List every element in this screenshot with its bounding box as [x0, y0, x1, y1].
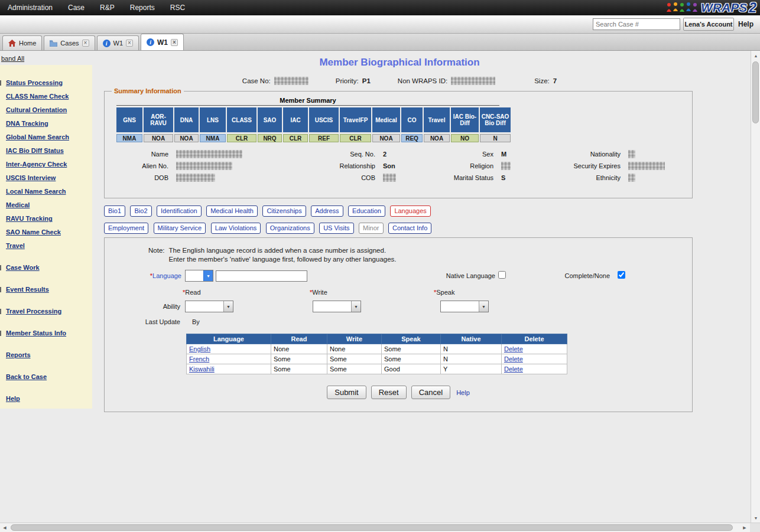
scrollbar-corner [750, 523, 760, 532]
language-link[interactable]: English [189, 345, 210, 353]
tab-w1-active[interactable]: i W1 × [141, 34, 184, 50]
scroll-right-icon[interactable]: ▶ [740, 523, 749, 532]
tab-law-violations[interactable]: Law Violations [211, 223, 261, 234]
scroll-left-icon[interactable]: ◀ [0, 523, 9, 532]
by-label: By [192, 318, 200, 325]
scroll-up-icon[interactable]: ▲ [751, 51, 760, 60]
language-name-input[interactable] [216, 270, 307, 282]
seq-no-value: 2 [375, 151, 437, 158]
security-expires-redacted [628, 162, 665, 170]
tab-w1-first[interactable]: i W1 × [97, 35, 139, 50]
chevron-down-icon[interactable]: ▼ [479, 301, 488, 312]
tab-us-visits[interactable]: US Visits [319, 223, 353, 234]
table-row: Kiswahili Some Some Good Y Delete [187, 364, 567, 374]
tab-education[interactable]: Education [348, 205, 385, 217]
sidebar-item-cultural-orientation[interactable]: Cultural Orientation [6, 106, 92, 114]
sidebar-item-back-to-case[interactable]: Back to Case [6, 373, 92, 381]
read-ability-select[interactable] [186, 301, 223, 312]
native-language-checkbox[interactable] [498, 271, 506, 279]
chevron-down-icon[interactable]: ▼ [351, 301, 360, 312]
delete-link[interactable]: Delete [504, 345, 523, 353]
languages-column-header: Language [187, 334, 271, 344]
sex-value: M [493, 151, 561, 158]
summary-column-header: CO [401, 107, 423, 132]
summary-column-header: DNA [174, 107, 199, 132]
close-icon[interactable]: × [126, 40, 133, 47]
scroll-down-icon[interactable]: ▼ [751, 513, 760, 523]
chevron-down-icon[interactable]: ▼ [223, 301, 233, 312]
sidebar-item-class-name-check[interactable]: CLASS Name Check [6, 93, 92, 100]
menu-administration[interactable]: Administration [0, 0, 60, 15]
folder-icon [50, 40, 57, 47]
language-code-select[interactable] [186, 270, 203, 281]
speak-ability-select[interactable] [441, 301, 479, 312]
member-summary-header-row: GNS AOR-RAVU DNA LNS CLASS SAO IAC USCIS… [116, 107, 511, 132]
chevron-down-icon[interactable]: ▼ [203, 270, 213, 281]
horizontal-scrollbar-thumb[interactable] [11, 524, 733, 531]
cell-native: N [441, 344, 502, 354]
priority-label: Priority: [336, 77, 359, 84]
tab-bio2[interactable]: Bio2 [130, 205, 151, 217]
search-case-input[interactable] [593, 18, 680, 30]
tab-languages[interactable]: Languages [390, 205, 430, 217]
vertical-scrollbar-thumb[interactable] [752, 61, 759, 123]
sidebar-item-sao-name-check[interactable]: SAO Name Check [6, 229, 92, 236]
sidebar-item-dna-tracking[interactable]: DNA Tracking [6, 120, 92, 128]
tab-organizations[interactable]: Organizations [266, 223, 314, 234]
language-link[interactable]: French [189, 355, 209, 363]
tab-employment[interactable]: Employment [104, 223, 148, 234]
tab-address[interactable]: Address [311, 205, 343, 217]
languages-column-header: Speak [382, 334, 441, 344]
vertical-scrollbar[interactable]: ▲ ▼ [751, 51, 760, 523]
delete-link[interactable]: Delete [504, 355, 523, 363]
topbar-help-link[interactable]: Help [738, 20, 753, 28]
tab-home[interactable]: Home [2, 35, 42, 50]
menu-case[interactable]: Case [60, 0, 92, 15]
sidebar-item-local-name-search[interactable]: Local Name Search [6, 188, 92, 195]
write-ability-select[interactable] [313, 301, 351, 312]
account-button[interactable]: Lena's Account [683, 18, 734, 31]
sidebar-item-case-work[interactable]: Case Work [6, 264, 92, 272]
tab-bio1[interactable]: Bio1 [104, 205, 125, 217]
sidebar-item-uscis-interview[interactable]: USCIS Interview [6, 174, 92, 182]
sidebar-item-ravu-tracking[interactable]: RAVU Tracking [6, 215, 92, 223]
close-icon[interactable]: × [171, 39, 178, 46]
submit-button[interactable]: Submit [327, 386, 366, 399]
tab-citizenships[interactable]: Citizenships [262, 205, 306, 217]
tab-medical-health[interactable]: Medical Health [206, 205, 258, 217]
cancel-button[interactable]: Cancel [411, 386, 450, 399]
sidebar-item-medical[interactable]: Medical [6, 201, 92, 209]
sidebar-item-inter-agency-check[interactable]: Inter-Agency Check [6, 161, 92, 168]
tab-military-service[interactable]: Military Service [154, 223, 206, 234]
form-help-link[interactable]: Help [456, 389, 470, 396]
sidebar-item-help[interactable]: Help [6, 395, 92, 403]
reset-button[interactable]: Reset [371, 386, 407, 399]
tab-contact-info[interactable]: Contact Info [388, 223, 431, 234]
languages-column-header: Read [271, 334, 327, 344]
complete-none-checkbox[interactable] [618, 271, 625, 279]
tab-identification[interactable]: Identification [157, 205, 202, 217]
sidebar-item-reports[interactable]: Reports [6, 351, 92, 359]
sidebar-item-event-results[interactable]: Event Results [6, 286, 92, 293]
marital-status-label: Marital Status [437, 174, 493, 181]
status-badge: CLR [340, 134, 371, 142]
menu-rsc[interactable]: RSC [163, 0, 193, 15]
delete-link[interactable]: Delete [504, 365, 523, 373]
sidebar-item-global-name-search[interactable]: Global Name Search [6, 133, 92, 141]
member-summary-status-row: NMA NOA NOA NMA CLR NRQ CLR REF CLR NOA … [116, 134, 511, 142]
status-badge: REF [309, 134, 339, 142]
sidebar-item-iac-bio-diff-status[interactable]: IAC Bio Diff Status [6, 147, 92, 155]
sidebar-item-travel[interactable]: Travel [6, 242, 92, 250]
tab-cases[interactable]: Cases × [44, 35, 95, 50]
menu-reports[interactable]: Reports [122, 0, 163, 15]
tab-w1-active-label: W1 [157, 38, 168, 47]
sidebar-item-member-status-info[interactable]: Member Status Info [6, 329, 92, 337]
sidebar-item-status-processing[interactable]: Status Processing [6, 79, 92, 87]
cell-write: None [327, 344, 382, 354]
horizontal-scrollbar[interactable]: ◀ ▶ [0, 523, 760, 532]
language-link[interactable]: Kiswahili [189, 365, 215, 373]
expand-all-link[interactable]: band All [1, 55, 24, 62]
sidebar-item-travel-processing[interactable]: Travel Processing [6, 308, 92, 315]
close-icon[interactable]: × [82, 40, 89, 47]
menu-rp[interactable]: R&P [92, 0, 122, 15]
